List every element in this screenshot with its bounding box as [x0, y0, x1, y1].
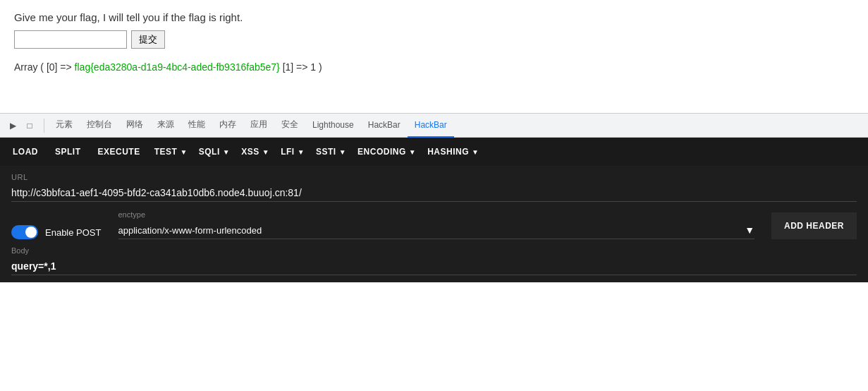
test-dropdown[interactable]: TEST ▼: [150, 143, 192, 160]
post-enctype-row: Enable POST enctype application/x-www-fo…: [11, 210, 857, 239]
cursor-icon[interactable]: ▶: [6, 119, 20, 133]
enctype-section: enctype application/x-www-form-urlencode…: [118, 210, 754, 239]
enable-post-label: Enable POST: [45, 227, 102, 238]
result-array-label: Array ( [0] =>: [14, 61, 75, 73]
hackbar-toolbar: LOAD SPLIT EXECUTE TEST ▼ SQLI ▼ XSS ▼ L…: [0, 138, 868, 166]
submit-button[interactable]: 提交: [131, 30, 165, 49]
inspect-icon[interactable]: □: [23, 119, 37, 133]
page-result: Array ( [0] => flag{eda3280a-d1a9-4bc4-a…: [14, 60, 854, 75]
enctype-dropdown-arrow[interactable]: ▼: [745, 224, 754, 236]
lfi-arrow: ▼: [298, 148, 305, 156]
tab-lighthouse[interactable]: Lighthouse: [305, 114, 361, 138]
result-flag-value: flag{eda3280a-d1a9-4bc4-aded-fb9316fab5e…: [75, 61, 280, 73]
body-value[interactable]: query=*,1: [11, 258, 857, 275]
tab-network[interactable]: 网络: [119, 114, 150, 138]
encoding-arrow: ▼: [409, 148, 416, 156]
tab-application[interactable]: 应用: [243, 114, 274, 138]
page-prompt: Give me your flag, I will tell you if th…: [14, 11, 854, 23]
ssti-dropdown[interactable]: SSTI ▼: [312, 143, 350, 160]
tab-console[interactable]: 控制台: [80, 114, 119, 138]
tab-elements[interactable]: 元素: [49, 114, 80, 138]
test-arrow: ▼: [180, 148, 187, 156]
tab-hackbar-1[interactable]: HackBar: [361, 114, 408, 138]
ssti-arrow: ▼: [339, 148, 346, 156]
devtools-panel: ▶ □ 元素 控制台 网络 来源 性能 内存 应用 安全 Lighthouse …: [0, 113, 868, 282]
tab-security[interactable]: 安全: [274, 114, 305, 138]
devtools-tabbar: ▶ □ 元素 控制台 网络 来源 性能 内存 应用 安全 Lighthouse …: [0, 114, 868, 138]
enctype-label: enctype: [118, 210, 754, 219]
tab-sources[interactable]: 来源: [150, 114, 181, 138]
page-content: Give me your flag, I will tell you if th…: [0, 0, 868, 113]
xss-arrow: ▼: [262, 148, 269, 156]
page-form: 提交: [14, 30, 854, 49]
sqli-dropdown[interactable]: SQLI ▼: [195, 143, 234, 160]
url-value[interactable]: http://c3bbfca1-aef1-4095-bfd2-ca341ab10…: [11, 184, 857, 202]
tab-hackbar-2[interactable]: HackBar: [408, 114, 454, 138]
xss-dropdown[interactable]: XSS ▼: [237, 143, 274, 160]
hashing-arrow: ▼: [472, 148, 479, 156]
tab-memory[interactable]: 内存: [212, 114, 243, 138]
sqli-arrow: ▼: [223, 148, 230, 156]
toggle-container: Enable POST: [11, 225, 102, 239]
execute-button[interactable]: EXECUTE: [91, 143, 147, 160]
tab-performance[interactable]: 性能: [181, 114, 212, 138]
enctype-value: application/x-www-form-urlencoded: [118, 225, 740, 236]
hackbar-body: URL http://c3bbfca1-aef1-4095-bfd2-ca341…: [0, 166, 868, 282]
enable-post-toggle[interactable]: [11, 225, 38, 239]
encoding-dropdown[interactable]: ENCODING ▼: [353, 143, 420, 160]
body-section: Body query=*,1: [11, 246, 857, 275]
lfi-dropdown[interactable]: LFI ▼: [276, 143, 309, 160]
result-tail: [1] => 1 ): [280, 61, 322, 73]
enctype-select-wrapper[interactable]: application/x-www-form-urlencoded ▼: [118, 222, 754, 239]
flag-input[interactable]: [14, 30, 127, 49]
tab-separator: [44, 119, 44, 133]
add-header-button[interactable]: ADD HEADER: [771, 212, 857, 239]
url-label: URL: [11, 173, 857, 181]
load-button[interactable]: LOAD: [6, 143, 45, 160]
split-button[interactable]: SPLIT: [48, 143, 88, 160]
url-section: URL http://c3bbfca1-aef1-4095-bfd2-ca341…: [11, 173, 857, 202]
hashing-dropdown[interactable]: HASHING ▼: [423, 143, 483, 160]
body-label: Body: [11, 246, 857, 255]
